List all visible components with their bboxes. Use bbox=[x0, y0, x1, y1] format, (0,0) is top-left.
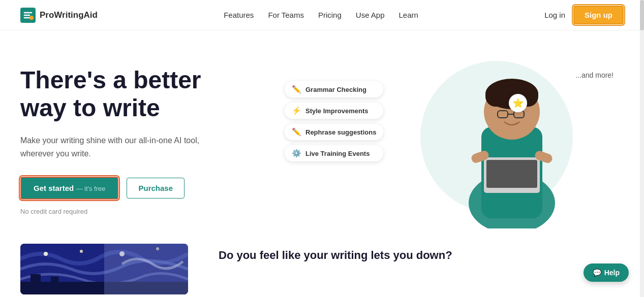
training-icon: ⚙️ bbox=[292, 149, 301, 158]
nav-learn[interactable]: Learn bbox=[399, 11, 418, 19]
help-icon: 💬 bbox=[593, 269, 601, 277]
signup-button[interactable]: Sign up bbox=[573, 6, 624, 24]
and-more-label: ...and more! bbox=[575, 71, 614, 79]
person-illustration bbox=[456, 56, 568, 228]
navbar: ProWritingAid Features For Teams Pricing… bbox=[0, 0, 644, 30]
get-started-label: Get started bbox=[34, 184, 74, 192]
rephrase-icon: ✏️ bbox=[292, 127, 301, 137]
bottom-title: Do you feel like your writing lets you d… bbox=[219, 249, 452, 262]
bottom-section: Do you feel like your writing lets you d… bbox=[0, 244, 644, 294]
hero-left: There's a better way to write Make your … bbox=[20, 56, 274, 215]
pill-rephrase: ✏️ Rephrase suggestions bbox=[285, 124, 383, 140]
scroll-thumb[interactable] bbox=[640, 0, 644, 30]
pill-training: ⚙️ Live Training Events bbox=[285, 145, 383, 161]
hero-buttons: Get started — it's free Purchase bbox=[20, 177, 274, 200]
nav-links: Features For Teams Pricing Use App Learn bbox=[224, 11, 418, 19]
hero-subtitle: Make your writing shine with our all-in-… bbox=[20, 134, 213, 160]
pill-grammar: ✏️ Grammar Checking bbox=[285, 81, 383, 97]
svg-rect-11 bbox=[486, 160, 537, 188]
grammar-icon: ✏️ bbox=[292, 85, 301, 94]
svg-rect-22 bbox=[104, 244, 188, 294]
svg-point-1 bbox=[29, 16, 34, 20]
nav-use-app[interactable]: Use App bbox=[356, 11, 385, 19]
svg-rect-21 bbox=[51, 277, 58, 284]
scrollbar[interactable] bbox=[640, 0, 644, 297]
login-button[interactable]: Log in bbox=[544, 11, 565, 19]
training-label: Live Training Events bbox=[305, 150, 370, 157]
no-credit-text: No credit card required bbox=[20, 208, 274, 215]
bottom-text: Do you feel like your writing lets you d… bbox=[219, 244, 452, 262]
nav-for-teams[interactable]: For Teams bbox=[268, 11, 304, 19]
logo-icon bbox=[20, 8, 36, 23]
hero-right: ...and more! ⭐ ✏️ Grammar Checking ⚡ Sty… bbox=[274, 56, 624, 228]
bottom-image bbox=[20, 244, 188, 294]
style-label: Style Improvements bbox=[305, 107, 369, 115]
help-button[interactable]: 💬 Help bbox=[584, 263, 629, 282]
style-icon: ⚡ bbox=[292, 106, 301, 115]
grammar-label: Grammar Checking bbox=[305, 86, 366, 93]
help-label: Help bbox=[604, 269, 620, 277]
svg-point-16 bbox=[80, 250, 83, 253]
nav-pricing[interactable]: Pricing bbox=[318, 11, 342, 19]
logo-text: ProWritingAid bbox=[40, 10, 98, 20]
person-svg bbox=[456, 56, 568, 228]
painting-thumbnail bbox=[20, 244, 188, 294]
hero-title: There's a better way to write bbox=[20, 66, 274, 122]
rephrase-label: Rephrase suggestions bbox=[305, 128, 376, 136]
get-started-button[interactable]: Get started — it's free bbox=[20, 177, 118, 200]
nav-features[interactable]: Features bbox=[224, 11, 254, 19]
hero-section: There's a better way to write Make your … bbox=[0, 30, 644, 244]
pill-style: ⚡ Style Improvements bbox=[285, 103, 383, 119]
feature-pills: ✏️ Grammar Checking ⚡ Style Improvements… bbox=[285, 81, 383, 161]
svg-point-15 bbox=[44, 252, 48, 256]
purchase-button[interactable]: Purchase bbox=[127, 178, 185, 199]
star-badge: ⭐ bbox=[509, 94, 527, 112]
logo[interactable]: ProWritingAid bbox=[20, 8, 98, 23]
svg-rect-20 bbox=[30, 274, 41, 284]
free-label: — it's free bbox=[76, 185, 105, 192]
navbar-actions: Log in Sign up bbox=[544, 6, 624, 24]
